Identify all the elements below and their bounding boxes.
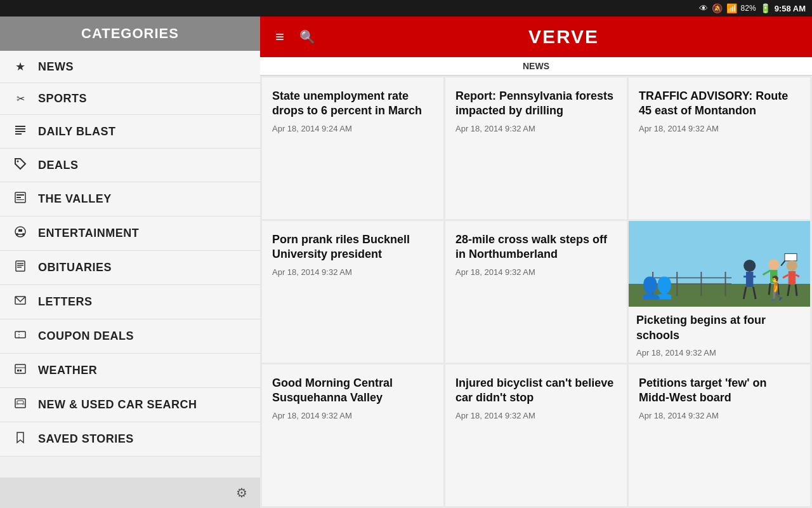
sidebar-item-label: DAILY BLAST <box>38 125 116 138</box>
svg-rect-0 <box>15 126 25 127</box>
svg-rect-50 <box>789 271 796 284</box>
news-card-5[interactable]: 28-mile cross walk steps off in Northumb… <box>445 221 627 363</box>
car-icon <box>13 397 28 413</box>
svg-point-37 <box>743 260 756 272</box>
sidebar-item-sports[interactable]: ✂ SPORTS <box>0 83 260 115</box>
categories-header: CATEGORIES <box>0 17 260 51</box>
svg-rect-3 <box>15 133 22 135</box>
svg-rect-2 <box>15 131 25 132</box>
sidebar-item-deals[interactable]: DEALS <box>0 149 260 182</box>
svg-rect-45 <box>785 253 797 260</box>
svg-rect-15 <box>17 263 23 264</box>
news-date: Apr 18, 2014 9:32 AM <box>455 124 617 133</box>
content-area: ≡ 🔍 VERVE NEWS State unemployment rate d… <box>260 17 812 508</box>
sidebar-item-label: LETTERS <box>38 295 93 309</box>
sidebar-item-daily-blast[interactable]: DAILY BLAST <box>0 115 260 149</box>
news-title: Petitions target 'few' on Midd-West boar… <box>639 376 800 406</box>
svg-point-49 <box>787 260 797 271</box>
status-bar: 👁 🔕 📶 82% 🔋 9:58 AM <box>0 0 812 17</box>
news-date: Apr 18, 2014 9:32 AM <box>272 267 433 277</box>
news-date: Apr 18, 2014 9:32 AM <box>455 411 617 420</box>
sidebar-footer: ⚙ <box>0 478 260 508</box>
sidebar-item-label: OBITUARIES <box>38 261 112 274</box>
star-icon: ★ <box>13 60 28 74</box>
news-grid: State unemployment rate drops to 6 perce… <box>260 76 812 508</box>
scissors-icon: ✂ <box>13 93 28 105</box>
sidebar-item-obituaries[interactable]: OBITUARIES <box>0 251 260 285</box>
svg-rect-14 <box>16 261 25 271</box>
sidebar-item-the-valley[interactable]: THE VALLEY <box>0 182 260 217</box>
news-card-7[interactable]: Good Morning Central Susquehanna Valley … <box>262 364 443 506</box>
news-card-3[interactable]: TRAFFIC ADVISORY: Route 45 east of Monta… <box>629 77 810 219</box>
news-title: Injured bicyclist can't believe car didn… <box>455 376 617 406</box>
svg-rect-17 <box>17 267 22 268</box>
news-card-4[interactable]: Porn prank riles Bucknell University pre… <box>262 221 443 363</box>
news-title: 28-mile cross walk steps off in Northumb… <box>455 232 617 262</box>
main-layout: CATEGORIES ★ NEWS ✂ SPORTS DAILY BLAST D… <box>0 17 812 508</box>
news-date: Apr 18, 2014 9:32 AM <box>639 124 800 133</box>
sidebar-item-label: SPORTS <box>38 92 87 105</box>
svg-rect-6 <box>16 194 24 196</box>
letters-icon <box>13 294 28 310</box>
news-card-6[interactable]: Picketing begins at four schools Apr 18,… <box>629 221 810 363</box>
section-label: NEWS <box>260 57 812 76</box>
news-title: Picketing begins at four schools <box>636 313 802 343</box>
top-bar: ≡ 🔍 VERVE <box>260 17 812 57</box>
svg-rect-24 <box>20 370 22 371</box>
eye-icon: 👁 <box>699 3 708 13</box>
sidebar-item-label: SAVED STORIES <box>38 432 134 446</box>
news-title: Porn prank riles Bucknell University pre… <box>272 232 433 262</box>
sidebar-item-letters[interactable]: LETTERS <box>0 285 260 319</box>
sidebar-item-label: NEWS <box>38 60 74 74</box>
svg-rect-21 <box>15 364 25 373</box>
sidebar-item-news[interactable]: ★ NEWS <box>0 51 260 83</box>
svg-line-51 <box>783 275 789 278</box>
hamburger-menu-button[interactable]: ≡ <box>270 25 289 48</box>
bookmark-icon <box>13 431 28 447</box>
svg-point-42 <box>768 259 779 270</box>
svg-rect-19 <box>15 331 25 338</box>
news-title: Good Morning Central Susquehanna Valley <box>272 376 433 406</box>
svg-line-48 <box>778 283 779 295</box>
news-title: TRAFFIC ADVISORY: Route 45 east of Monta… <box>639 89 800 119</box>
news-card-9[interactable]: Petitions target 'few' on Midd-West boar… <box>629 364 810 506</box>
news-date: Apr 18, 2014 9:32 AM <box>272 411 433 420</box>
battery-level: 82% <box>741 4 756 13</box>
wifi-icon: 📶 <box>726 3 737 13</box>
sidebar-item-label: COUPON DEALS <box>38 330 134 343</box>
news-image <box>629 221 810 307</box>
svg-rect-23 <box>17 370 19 371</box>
sidebar-item-entertainment[interactable]: ENTERTAINMENT <box>0 217 260 251</box>
sidebar-item-car-search[interactable]: NEW & USED CAR SEARCH <box>0 388 260 422</box>
svg-rect-29 <box>629 224 810 284</box>
news-card-1[interactable]: State unemployment rate drops to 6 perce… <box>262 77 443 219</box>
news-date: Apr 18, 2014 9:24 AM <box>272 124 433 133</box>
news-date: Apr 18, 2014 9:32 AM <box>636 348 802 358</box>
weather-icon <box>13 363 28 378</box>
news-card-2[interactable]: Report: Pennsylvania forests impacted by… <box>445 77 627 219</box>
newspaper-icon <box>13 191 28 207</box>
tag-icon <box>13 157 28 173</box>
news-date: Apr 18, 2014 9:32 AM <box>455 267 617 277</box>
obituaries-icon <box>13 260 28 276</box>
svg-line-54 <box>796 284 797 296</box>
sidebar-item-label: NEW & USED CAR SEARCH <box>38 398 197 411</box>
battery-icon: 🔋 <box>760 3 771 13</box>
sidebar-item-label: THE VALLEY <box>38 192 112 206</box>
svg-rect-16 <box>17 265 23 266</box>
svg-rect-38 <box>746 272 753 287</box>
entertainment-icon <box>13 225 28 241</box>
sidebar-item-weather[interactable]: WEATHER <box>0 354 260 388</box>
search-button[interactable]: 🔍 <box>294 27 320 47</box>
svg-rect-28 <box>22 403 25 405</box>
sidebar-item-coupon-deals[interactable]: COUPON DEALS <box>0 319 260 354</box>
settings-icon[interactable]: ⚙ <box>236 485 247 500</box>
svg-point-4 <box>17 161 19 163</box>
news-card-8[interactable]: Injured bicyclist can't believe car didn… <box>445 364 627 506</box>
svg-rect-43 <box>770 270 777 283</box>
clock: 9:58 AM <box>775 4 806 13</box>
svg-rect-7 <box>16 197 21 198</box>
news-title: State unemployment rate drops to 6 perce… <box>272 89 433 119</box>
svg-line-53 <box>788 284 790 296</box>
sidebar-item-saved-stories[interactable]: SAVED STORIES <box>0 422 260 457</box>
